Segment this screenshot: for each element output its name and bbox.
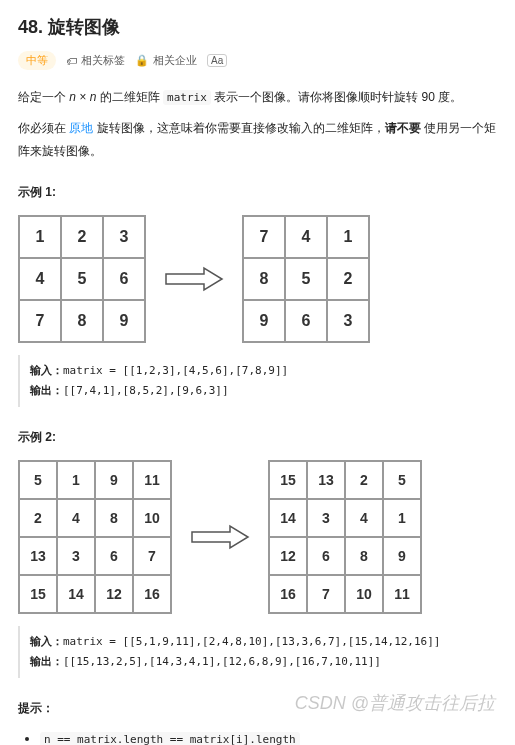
example2-label: 示例 2: [18,429,497,446]
matrix-cell: 6 [103,258,145,300]
matrix-cell: 7 [307,575,345,613]
description-p2: 你必须在 原地 旋转图像，这意味着你需要直接修改输入的二维矩阵，请不要 使用另一… [18,117,497,163]
example2-code: 输入：matrix = [[5,1,9,11],[2,4,8,10],[13,3… [18,626,497,678]
matrix-cell: 6 [285,300,327,342]
matrix-cell: 14 [57,575,95,613]
matrix-cell: 9 [243,300,285,342]
matrix-cell: 1 [19,216,61,258]
matrix-cell: 6 [95,537,133,575]
matrix-cell: 5 [285,258,327,300]
matrix-cell: 8 [95,499,133,537]
matrix-cell: 4 [345,499,383,537]
example1-figure: 123456789 741852963 [18,215,497,343]
matrix-cell: 3 [327,300,369,342]
constraint-item: n == matrix.length == matrix[i].length [40,731,497,745]
matrix-cell: 9 [95,461,133,499]
matrix-cell: 7 [133,537,171,575]
matrix-cell: 16 [133,575,171,613]
related-companies-link[interactable]: 🔒 相关企业 [135,53,197,68]
matrix-cell: 9 [103,300,145,342]
matrix-cell: 5 [61,258,103,300]
description-p1: 给定一个 n × n 的二维矩阵 matrix 表示一个图像。请你将图像顺时针旋… [18,86,497,109]
example1-code: 输入：matrix = [[1,2,3],[4,5,6],[7,8,9]] 输出… [18,355,497,407]
matrix-cell: 15 [19,575,57,613]
matrix-cell: 1 [383,499,421,537]
problem-title: 48. 旋转图像 [18,15,497,39]
difficulty-badge: 中等 [18,51,56,70]
matrix-cell: 5 [19,461,57,499]
matrix-cell: 4 [285,216,327,258]
matrix-cell: 4 [19,258,61,300]
matrix-cell: 13 [307,461,345,499]
matrix-cell: 12 [269,537,307,575]
matrix-cell: 1 [327,216,369,258]
matrix-cell: 3 [57,537,95,575]
matrix-cell: 10 [133,499,171,537]
matrix-cell: 11 [133,461,171,499]
matrix-cell: 13 [19,537,57,575]
example2-figure: 51911248101336715141216 1513251434112689… [18,460,497,614]
matrix-cell: 2 [61,216,103,258]
matrix-cell: 14 [269,499,307,537]
tag-label: 相关企业 [153,53,197,68]
matrix-cell: 3 [307,499,345,537]
matrix-cell: 4 [57,499,95,537]
example2-after-matrix: 15132514341126891671011 [268,460,422,614]
matrix-cell: 15 [269,461,307,499]
example2-before-matrix: 51911248101336715141216 [18,460,172,614]
matrix-cell: 2 [345,461,383,499]
matrix-cell: 8 [243,258,285,300]
matrix-cell: 2 [19,499,57,537]
matrix-cell: 8 [61,300,103,342]
example1-before-matrix: 123456789 [18,215,146,343]
matrix-cell: 9 [383,537,421,575]
matrix-cell: 7 [19,300,61,342]
matrix-cell: 7 [243,216,285,258]
matrix-cell: 6 [307,537,345,575]
example1-after-matrix: 741852963 [242,215,370,343]
matrix-cell: 16 [269,575,307,613]
matrix-cell: 2 [327,258,369,300]
tags-row: 中等 🏷 相关标签 🔒 相关企业 Aa [18,51,497,70]
matrix-cell: 10 [345,575,383,613]
constraints-label: 提示： [18,700,497,717]
matrix-cell: 5 [383,461,421,499]
tag-icon: 🏷 [66,55,77,67]
related-topics-link[interactable]: 🏷 相关标签 [66,53,125,68]
matrix-cell: 8 [345,537,383,575]
lock-icon: 🔒 [135,54,149,67]
example1-label: 示例 1: [18,184,497,201]
constraints-list: n == matrix.length == matrix[i].length1 … [18,731,497,745]
code-matrix: matrix [163,90,211,105]
matrix-cell: 11 [383,575,421,613]
font-icon: Aa [207,54,227,67]
arrow-icon [164,264,224,294]
tag-label: 相关标签 [81,53,125,68]
arrow-icon [190,522,250,552]
matrix-cell: 3 [103,216,145,258]
font-size-button[interactable]: Aa [207,54,227,67]
matrix-cell: 12 [95,575,133,613]
matrix-cell: 1 [57,461,95,499]
